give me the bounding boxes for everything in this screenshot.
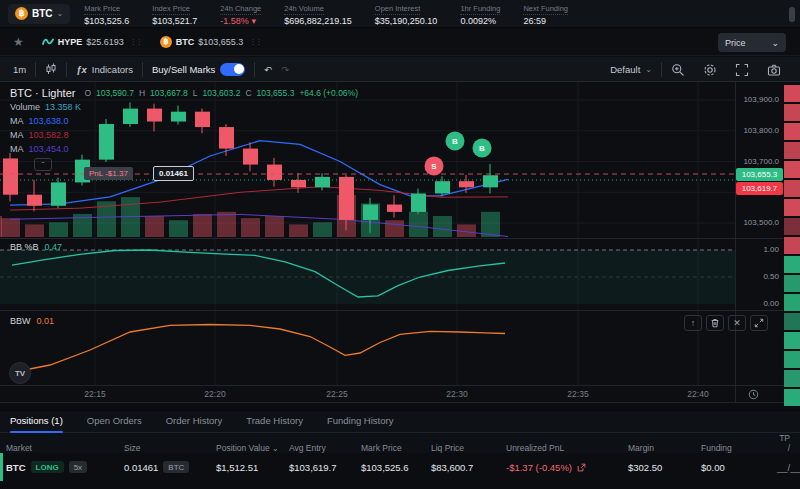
pane-maximize-button[interactable] [750, 315, 768, 331]
cell-unrealized-pnl: -$1.37 (-0.45%) [500, 462, 622, 473]
col-position-value[interactable]: Position Value ⌄ [210, 443, 283, 453]
market-stats-bar: ฿ BTC ⌄ Mark Price$103,525.6 Index Price… [0, 0, 800, 28]
maximize-icon [754, 318, 764, 328]
side-badge: LONG [31, 461, 64, 473]
favorite-btc[interactable]: ฿ BTC $103,655.3 ⋮⋮ [160, 36, 262, 48]
star-icon[interactable]: ★ [13, 35, 24, 49]
gear-icon [703, 63, 717, 77]
market-stats: Mark Price$103,525.6 Index Price$103,521… [84, 2, 568, 26]
zoom-in-button[interactable] [662, 63, 694, 77]
trading-app: { "header": { "symbol": "BTC", "stats": … [0, 0, 800, 489]
snapshot-button[interactable] [758, 63, 790, 77]
position-side-accent [0, 453, 3, 481]
chevron-down-icon: ⌄ [645, 65, 652, 74]
stat-24h-change: 24h Change-1.58% ▾ [220, 2, 261, 26]
scrollbar-thumb[interactable] [789, 7, 795, 22]
cell-size: 0.01461 BTC [118, 461, 210, 473]
chevron-down-icon: ⌄ [272, 444, 279, 453]
camera-icon [767, 63, 781, 77]
buysell-marks-control: Buy/Sell Marks [143, 63, 254, 76]
cell-position-value: $1,512.51 [210, 462, 283, 473]
chevron-down-icon: ⌄ [771, 38, 779, 48]
btc-coin-icon: ฿ [15, 7, 28, 20]
bottom-tabs: Positions (1)Open OrdersOrder HistoryTra… [0, 410, 800, 433]
share-pnl-icon[interactable] [577, 463, 586, 472]
col-unrealized-pnl: Unrealized PnL [500, 443, 622, 453]
tab-open-orders[interactable]: Open Orders [87, 410, 142, 433]
cell-market: BTC LONG 5x [0, 461, 118, 473]
pane-move-up-button[interactable]: ↑ [684, 315, 702, 331]
fx-icon: ƒx [76, 64, 87, 75]
layout-selector[interactable]: Default ⌄ [601, 64, 661, 75]
btc-coin-icon: ฿ [160, 36, 172, 48]
magnifier-plus-icon [671, 63, 685, 77]
symbol-selector[interactable]: ฿ BTC ⌄ [8, 4, 70, 24]
favorites-bar: ★ HYPE $25.6193 ⋮⋮ ฿ BTC $103,655.3 ⋮⋮ P… [0, 29, 800, 56]
hype-logo-icon [42, 36, 54, 48]
pane-close-button[interactable]: ✕ [728, 315, 746, 331]
tab-funding-history[interactable]: Funding History [327, 410, 394, 433]
chart-type-button[interactable] [36, 63, 66, 75]
col-margin: Margin [622, 443, 695, 453]
undo-button[interactable]: ↶ [255, 64, 281, 75]
svg-text:S: S [431, 162, 437, 171]
stat-24h-volume: 24h Volume$696,882,219.15 [284, 2, 352, 26]
fullscreen-icon [735, 63, 749, 77]
cell-mark-price: $103,525.6 [355, 462, 425, 473]
col-funding: Funding [695, 443, 771, 453]
cell-funding: $0.00 [695, 462, 771, 473]
svg-text:B: B [452, 137, 458, 146]
settings-button[interactable] [694, 63, 726, 77]
stat-open-interest: Open Interest$35,190,250.10 [375, 2, 438, 26]
leverage-badge: 5x [69, 461, 87, 473]
stat-1hr-funding: 1hr Funding0.0092% [460, 2, 500, 26]
size-unit-badge: BTC [163, 461, 189, 473]
cell-margin: $302.50 [622, 462, 695, 473]
col-market: Market [0, 443, 118, 453]
candlestick-icon [45, 63, 57, 75]
cell-tpsl: __/__ ✎ [771, 462, 800, 473]
tab-order-history[interactable]: Order History [166, 410, 222, 433]
chart-toolbar: 1m ƒx Indicators Buy/Sell Marks ↶ ↷ Defa… [0, 57, 800, 82]
buysell-marks-toggle[interactable] [220, 63, 245, 76]
svg-text:B: B [479, 144, 485, 153]
display-mode-selector[interactable]: Price ⌄ [718, 33, 786, 52]
trash-icon [710, 318, 720, 328]
cell-liq-price: $83,600.7 [425, 462, 500, 473]
cell-avg-entry: $103,619.7 [283, 462, 355, 473]
favorite-hype[interactable]: HYPE $25.6193 ⋮⋮ [42, 36, 142, 48]
indicators-button[interactable]: ƒx Indicators [67, 64, 142, 75]
stat-next-funding: Next Funding26:59 [523, 2, 568, 26]
fullscreen-button[interactable] [726, 63, 758, 77]
position-row[interactable]: BTC LONG 5x 0.01461 BTC $1,512.51 $103,6… [0, 453, 800, 481]
redo-button[interactable]: ↷ [281, 64, 298, 75]
stat-mark-price: Mark Price$103,525.6 [84, 2, 129, 26]
chevron-down-icon: ⌄ [57, 9, 64, 18]
tab-positions-1[interactable]: Positions (1) [10, 410, 63, 433]
symbol-name: BTC [32, 8, 53, 19]
tab-trade-history[interactable]: Trade History [246, 410, 303, 433]
drag-handle-icon[interactable]: ⋮⋮ [130, 38, 142, 46]
drag-handle-icon[interactable]: ⋮⋮ [249, 38, 261, 46]
col-mark-price: Mark Price [355, 443, 425, 453]
stat-index-price: Index Price$103,521.7 [152, 2, 197, 26]
col-liq-price: Liq Price [425, 443, 500, 453]
col-avg-entry: Avg Entry [283, 443, 355, 453]
pane-delete-button[interactable] [706, 315, 724, 331]
positions-table-header: Market Size Position Value ⌄ Avg Entry M… [0, 433, 800, 453]
col-size: Size [118, 443, 210, 453]
interval-button[interactable]: 1m [4, 64, 35, 75]
